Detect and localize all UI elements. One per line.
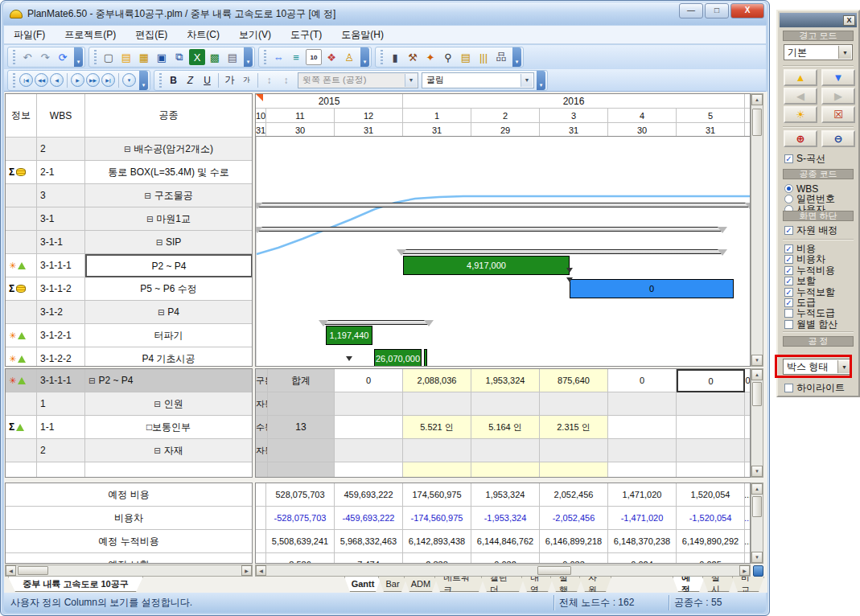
database-icon[interactable]: ▮: [387, 49, 403, 65]
summary-value-cell[interactable]: 1,953,324: [471, 483, 540, 507]
toolbar-overflow-icon[interactable]: ▾: [74, 47, 83, 67]
summary-vscrollbar[interactable]: ▲▼: [751, 483, 763, 564]
menu-item-5[interactable]: 도구(T): [281, 26, 331, 44]
resource-value-cell[interactable]: 5.164 인: [471, 416, 540, 439]
link-icon[interactable]: ⇔: [270, 49, 286, 65]
wbs-cell[interactable]: 2-1: [37, 161, 85, 184]
task-row-3-1-1-2[interactable]: P5 ~ P6 수정: [85, 277, 253, 301]
summary-value-cell[interactable]: 5,508,639,241: [266, 530, 335, 553]
chevron-down-icon[interactable]: ▼: [838, 46, 851, 59]
italic-icon[interactable]: Z: [183, 72, 198, 88]
bird-icon[interactable]: ✦: [422, 49, 438, 65]
collapse-icon[interactable]: ▼: [122, 73, 136, 87]
collapse-icon[interactable]: ⊟: [146, 215, 153, 224]
resource-value-cell[interactable]: 875,640: [540, 369, 608, 392]
gantt-vscrollbar[interactable]: ▲▼: [751, 93, 763, 367]
scroll-up-button[interactable]: ▲: [784, 69, 817, 86]
resource-assign-checkbox[interactable]: ✓자원 배정: [784, 225, 837, 236]
highlight-on-button[interactable]: ☀: [784, 106, 817, 123]
row-height-icon[interactable]: ↕: [261, 72, 277, 88]
toolbar-overflow-icon[interactable]: ▾: [537, 71, 545, 90]
menu-item-6[interactable]: 도움말(H): [331, 26, 393, 44]
summary-value-cell[interactable]: -1,471,020: [608, 507, 677, 530]
resource-row-1-1[interactable]: □보통인부: [85, 416, 253, 439]
task-row-3-1-1-1[interactable]: P2 ~ P4: [85, 254, 253, 277]
scroll-up-icon[interactable]: ▲: [751, 369, 763, 380]
summary-value-cell[interactable]: 8.586: [266, 553, 335, 564]
scroll-thumb[interactable]: [752, 496, 762, 517]
scroll-right-icon[interactable]: ▶: [739, 565, 750, 576]
resource-value-cell[interactable]: 5.521 인: [403, 416, 471, 439]
resource-value-cell[interactable]: 0: [745, 369, 751, 392]
summary-value-cell[interactable]: 7.474: [335, 553, 403, 564]
menu-item-2[interactable]: 편집(E): [126, 26, 177, 44]
customize-grid-icon[interactable]: [753, 565, 763, 577]
resource-value-cell[interactable]: [335, 462, 403, 478]
resource-value-cell[interactable]: 1,953,324: [471, 369, 540, 392]
side-panel-close-button[interactable]: X: [843, 15, 855, 26]
add-resource-icon[interactable]: ♙: [341, 49, 357, 65]
resource-value-cell[interactable]: 0: [608, 369, 677, 392]
task-list-icon[interactable]: ≡: [288, 49, 304, 65]
view-tab-내역[interactable]: 내역: [521, 577, 553, 592]
view-tab-ADM[interactable]: ADM: [404, 577, 438, 592]
org-chart-icon[interactable]: 品: [493, 49, 509, 65]
resource-value-cell[interactable]: [745, 462, 751, 478]
summary-value-cell[interactable]: 459,693,222: [335, 483, 403, 507]
wbs-cell[interactable]: 3-1-2-1: [37, 324, 85, 347]
resource-value-cell[interactable]: [745, 439, 751, 462]
scroll-down-button[interactable]: ▼: [821, 69, 855, 86]
collapse-icon[interactable]: ⊟: [144, 191, 150, 200]
view-tab-자원[interactable]: 자원: [579, 577, 611, 592]
task-row-3[interactable]: ⊟구조물공: [85, 184, 253, 207]
summary-value-cell[interactable]: ...: [745, 530, 751, 553]
resource-value-cell[interactable]: [335, 416, 403, 439]
scroll-right-icon[interactable]: ▶: [241, 565, 252, 576]
collapse-icon[interactable]: ⊟: [158, 308, 164, 317]
summary-value-cell[interactable]: 5,968,332,463: [335, 530, 403, 553]
menu-item-4[interactable]: 보기(V): [229, 26, 281, 44]
resource-value-cell[interactable]: [403, 392, 471, 416]
undo-icon[interactable]: ↶: [19, 49, 35, 65]
resource-value-cell[interactable]: [540, 392, 608, 416]
resource-value-cell[interactable]: [677, 392, 745, 416]
zoom-in-button[interactable]: ⊕: [784, 130, 817, 147]
summary-value-cell[interactable]: 1,520,054: [677, 483, 745, 507]
summary-value-cell[interactable]: 6,146,899,218: [540, 530, 608, 553]
document-tab[interactable]: 중부 내륙 고속도로 10공구: [8, 577, 143, 592]
resource-value-cell[interactable]: [471, 462, 540, 478]
toolbar-grip[interactable]: [381, 50, 383, 64]
scroll-left-button[interactable]: ◀: [784, 88, 817, 105]
summary-value-cell[interactable]: -459,693,222: [335, 507, 403, 530]
mode-tab-비교[interactable]: 비 교: [732, 577, 764, 592]
summary-value-cell[interactable]: -1,520,054: [677, 507, 745, 530]
scroll-right-button[interactable]: ▶: [821, 88, 855, 105]
summary-value-cell[interactable]: 6,148,370,238: [608, 530, 677, 553]
wbs-cell[interactable]: 1: [37, 392, 85, 416]
collapse-icon[interactable]: ⊟: [124, 145, 130, 154]
summary-value-cell[interactable]: 0.033: [540, 553, 608, 564]
resource-total-cell[interactable]: 합계: [268, 369, 335, 392]
upper-font-dropdown[interactable]: 윗쪽 폰트 (공정)▼: [298, 72, 418, 88]
summary-value-cell[interactable]: ...: [745, 507, 751, 530]
toolbar-overflow-icon[interactable]: ▾: [244, 47, 253, 67]
toolbar-overflow-icon[interactable]: ▾: [139, 71, 148, 90]
open-folder-icon[interactable]: ▤: [118, 49, 134, 65]
task-row-2[interactable]: ⊟배수공(암거2개소): [85, 138, 253, 161]
search-icon[interactable]: ⚲: [440, 49, 456, 65]
summary-label-1[interactable]: 비용차: [6, 507, 253, 530]
resource-total-cell[interactable]: [268, 462, 335, 478]
task-row-3-1-2[interactable]: ⊟P4: [85, 301, 253, 324]
scroll-down-icon[interactable]: ▼: [751, 355, 763, 366]
resource-value-cell[interactable]: 0: [677, 369, 745, 392]
column-header-info[interactable]: 정보: [6, 94, 37, 138]
save-all-icon[interactable]: ⧉: [171, 49, 187, 65]
summary-value-cell[interactable]: 0.024: [608, 553, 677, 564]
view-tab-네트워크[interactable]: 네트워크: [434, 577, 484, 592]
go-prev-icon[interactable]: ◀: [50, 73, 64, 87]
wbs-cell[interactable]: 3: [37, 184, 85, 207]
toolbar-grip[interactable]: [13, 73, 15, 88]
summary-value-cell[interactable]: -2,052,456: [540, 507, 608, 530]
scroll-down-icon[interactable]: ▼: [751, 552, 763, 563]
scroll-up-icon[interactable]: ▲: [751, 94, 763, 105]
